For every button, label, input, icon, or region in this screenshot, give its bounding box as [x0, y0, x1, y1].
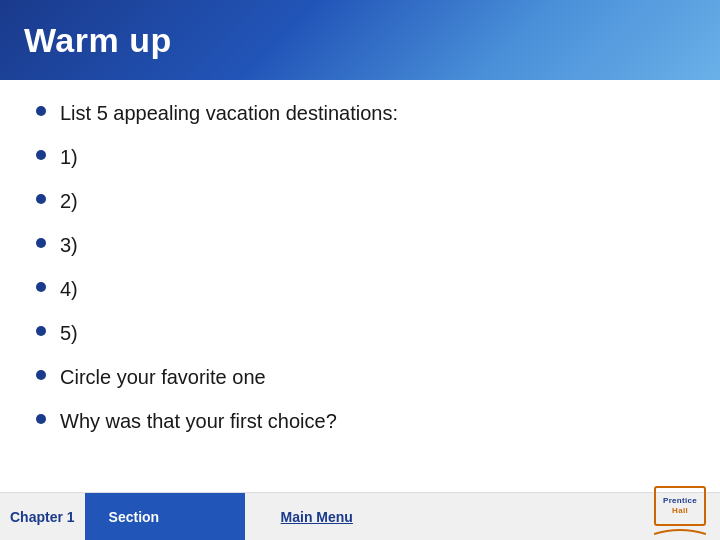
bullet-dot-icon: [36, 194, 46, 204]
slide: Warm up List 5 appealing vacation destin…: [0, 0, 720, 540]
slide-header: Warm up: [0, 0, 720, 80]
list-item: List 5 appealing vacation destinations:: [36, 100, 684, 126]
bullet-dot-icon: [36, 150, 46, 160]
list-item: 3): [36, 232, 684, 258]
bullet-text: List 5 appealing vacation destinations:: [60, 100, 398, 126]
bullet-dot-icon: [36, 326, 46, 336]
footer-section-tab[interactable]: Section: [85, 493, 245, 540]
bullet-dot-icon: [36, 370, 46, 380]
bullet-dot-icon: [36, 282, 46, 292]
slide-title: Warm up: [24, 21, 172, 60]
list-item: 5): [36, 320, 684, 346]
bullet-dot-icon: [36, 414, 46, 424]
slide-content: List 5 appealing vacation destinations:1…: [0, 80, 720, 492]
bullet-text: 5): [60, 320, 78, 346]
logo-box: Prentice Hall: [654, 486, 706, 526]
bullet-text: 4): [60, 276, 78, 302]
bullet-list: List 5 appealing vacation destinations:1…: [36, 100, 684, 452]
bullet-text: 2): [60, 188, 78, 214]
bullet-dot-icon: [36, 238, 46, 248]
bullet-dot-icon: [36, 106, 46, 116]
list-item: Why was that your first choice?: [36, 408, 684, 434]
logo-swoosh-icon: [654, 526, 706, 536]
slide-footer: Chapter 1 Section Main Menu Prentice Hal…: [0, 492, 720, 540]
section-label: Section: [109, 509, 160, 525]
list-item: Circle your favorite one: [36, 364, 684, 390]
logo-hall: Hall: [672, 506, 688, 516]
chapter-label: Chapter 1: [10, 509, 75, 525]
bullet-text: Why was that your first choice?: [60, 408, 337, 434]
list-item: 1): [36, 144, 684, 170]
list-item: 2): [36, 188, 684, 214]
bullet-text: Circle your favorite one: [60, 364, 266, 390]
footer-main-menu[interactable]: Main Menu: [265, 493, 369, 540]
footer-chapter: Chapter 1: [0, 493, 85, 540]
main-menu-label: Main Menu: [281, 509, 353, 525]
bullet-text: 3): [60, 232, 78, 258]
footer-logo: Prentice Hall: [654, 486, 706, 536]
bullet-text: 1): [60, 144, 78, 170]
logo-prentice: Prentice: [663, 496, 697, 506]
list-item: 4): [36, 276, 684, 302]
